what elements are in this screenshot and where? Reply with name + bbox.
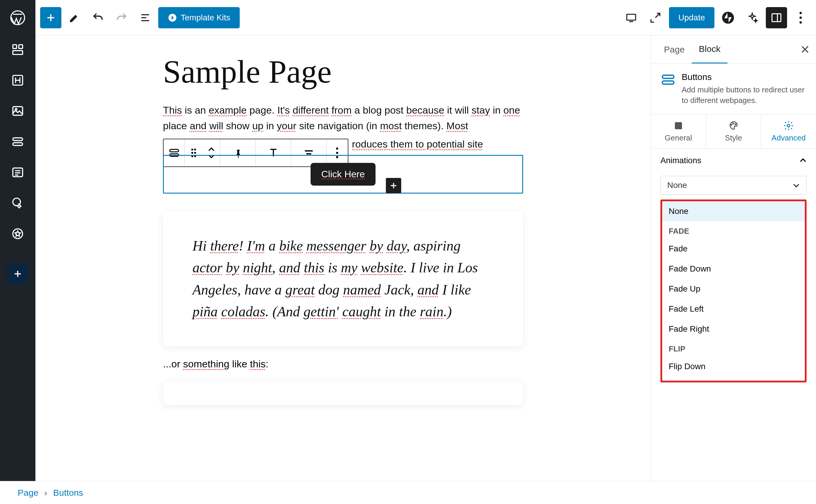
chevron-down-icon — [793, 183, 800, 187]
svg-rect-14 — [13, 138, 23, 140]
page-title[interactable]: Sample Page — [163, 53, 523, 91]
empty-block[interactable] — [163, 382, 523, 405]
add-block-button[interactable] — [40, 7, 61, 28]
svg-rect-10 — [13, 51, 23, 55]
svg-point-3 — [722, 12, 734, 23]
sidebar-blocks-icon[interactable] — [9, 41, 26, 58]
block-title: Buttons — [682, 72, 807, 82]
sidebar-buttons-icon[interactable] — [9, 133, 26, 150]
svg-point-24 — [194, 152, 196, 154]
template-kits-label: Template Kits — [181, 13, 230, 22]
redo-button[interactable] — [111, 7, 132, 28]
breadcrumb: Page › Buttons — [0, 481, 816, 504]
svg-point-23 — [191, 152, 193, 154]
update-label: Update — [678, 13, 705, 22]
update-button[interactable]: Update — [669, 7, 714, 28]
svg-rect-9 — [19, 45, 23, 49]
option-fade-down[interactable]: Fade Down — [662, 259, 805, 279]
undo-button[interactable] — [87, 7, 109, 28]
svg-point-21 — [191, 149, 193, 150]
chevron-up-icon — [799, 158, 807, 163]
tab-page[interactable]: Page — [657, 35, 692, 63]
svg-point-35 — [735, 124, 736, 125]
wordpress-logo[interactable] — [0, 0, 35, 35]
move-up-button[interactable] — [208, 148, 215, 152]
svg-point-13 — [15, 109, 17, 110]
buttons-block[interactable]: Click Here — [163, 155, 523, 194]
svg-point-27 — [336, 148, 338, 150]
tab-block[interactable]: Block — [692, 35, 727, 63]
animation-select[interactable]: None — [660, 176, 807, 195]
option-none[interactable]: None — [662, 201, 805, 221]
subtab-style[interactable]: Style — [706, 114, 761, 148]
breadcrumb-block[interactable]: Buttons — [53, 488, 83, 498]
svg-point-33 — [731, 124, 732, 125]
subtab-general[interactable]: General — [651, 114, 706, 148]
add-button-inline[interactable] — [386, 178, 401, 193]
svg-point-34 — [733, 123, 734, 124]
svg-rect-4 — [772, 14, 781, 22]
sidebar-image-icon[interactable] — [9, 103, 26, 119]
svg-rect-32 — [675, 122, 682, 129]
animation-dropdown: None FADE Fade Fade Down Fade Up Fade Le… — [660, 199, 807, 382]
chevron-right-icon: › — [44, 488, 47, 498]
option-group-fade: FADE — [662, 221, 805, 239]
svg-rect-8 — [13, 45, 17, 49]
option-flip-down[interactable]: Flip Down — [662, 356, 805, 377]
breadcrumb-page[interactable]: Page — [18, 488, 38, 498]
left-sidebar — [0, 35, 35, 481]
section-animations[interactable]: Animations — [651, 149, 816, 172]
paragraph-block[interactable]: This is an example page. It's different … — [163, 102, 523, 133]
sidebar-cursor-icon[interactable] — [9, 195, 26, 211]
template-kits-button[interactable]: Template Kits — [158, 7, 240, 28]
sidebar-star-icon[interactable] — [9, 225, 26, 242]
view-button[interactable] — [621, 7, 642, 28]
svg-rect-30 — [663, 75, 674, 78]
option-fade-right[interactable]: Fade Right — [662, 319, 805, 339]
sidebar-heading-icon[interactable] — [9, 72, 26, 89]
subtab-advanced[interactable]: Advanced — [761, 114, 816, 148]
svg-rect-2 — [627, 14, 636, 20]
svg-rect-19 — [170, 150, 179, 152]
svg-point-36 — [787, 124, 790, 127]
sidebar-add-button[interactable] — [7, 263, 28, 284]
settings-sidebar: Page Block ✕ Buttons Add multiple button… — [651, 35, 816, 481]
svg-rect-31 — [663, 81, 674, 84]
top-toolbar: Template Kits Update — [0, 0, 816, 35]
quote-block[interactable]: Hi there! I'm a bike messenger by day, a… — [163, 211, 523, 346]
jetpack-button[interactable] — [717, 7, 739, 28]
option-fade[interactable]: Fade — [662, 239, 805, 259]
sidebar-list-icon[interactable] — [9, 164, 26, 181]
block-info: Buttons Add multiple buttons to redirect… — [651, 64, 816, 114]
svg-point-7 — [799, 21, 802, 24]
svg-point-5 — [799, 12, 802, 14]
close-sidebar-button[interactable]: ✕ — [800, 43, 810, 56]
quote-text: Hi there! I'm a bike messenger by day, a… — [192, 235, 494, 323]
button-item[interactable]: Click Here — [310, 163, 375, 186]
svg-point-28 — [336, 152, 338, 154]
ai-button[interactable] — [742, 7, 763, 28]
svg-point-22 — [194, 149, 196, 150]
tools-button[interactable] — [64, 7, 85, 28]
document-overview-button[interactable] — [135, 7, 156, 28]
svg-point-6 — [799, 17, 802, 19]
option-group-flip: FLIP — [662, 339, 805, 356]
preview-button[interactable] — [645, 7, 666, 28]
options-button[interactable] — [790, 7, 811, 28]
buttons-block-icon — [660, 72, 676, 87]
block-description: Add multiple buttons to redirect user to… — [682, 84, 807, 106]
option-fade-up[interactable]: Fade Up — [662, 279, 805, 299]
svg-rect-15 — [13, 143, 23, 145]
button-label: Click Here — [321, 169, 365, 179]
settings-sidebar-toggle[interactable] — [766, 7, 787, 28]
option-fade-left[interactable]: Fade Left — [662, 299, 805, 319]
paragraph-block-3[interactable]: ...or something like this: — [163, 358, 523, 370]
editor-canvas[interactable]: Sample Page This is an example page. It'… — [35, 35, 651, 481]
